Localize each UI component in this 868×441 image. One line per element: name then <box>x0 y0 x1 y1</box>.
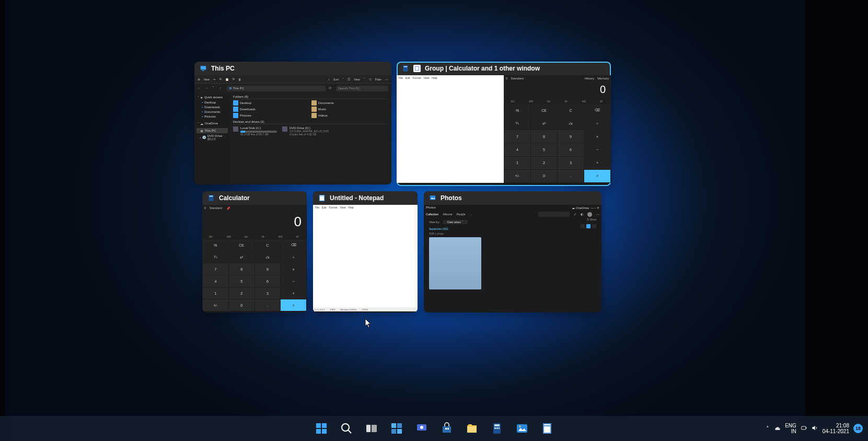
network-icon[interactable] <box>801 424 808 433</box>
calc-display: 0 <box>504 82 611 99</box>
calc-display: 0 <box>202 212 307 235</box>
calc-key: C <box>558 104 584 117</box>
svg-point-24 <box>420 426 423 429</box>
svg-rect-14 <box>322 429 327 434</box>
notepad-taskbar-button[interactable] <box>537 418 558 439</box>
calc-key: ¹⁄ₓ <box>203 251 228 263</box>
svg-rect-26 <box>447 428 449 430</box>
chat-button[interactable] <box>411 418 432 439</box>
svg-rect-32 <box>499 427 500 429</box>
photos-taskbar-button[interactable] <box>512 418 533 439</box>
calc-key: 4 <box>203 275 228 287</box>
calc-key: √x <box>255 251 281 263</box>
task-card-this-pc[interactable]: This PC ⊕New ✂⧉📋⧉🗑 ↕ Sort˅ ☰ View˅ ▽ Fil… <box>194 62 391 184</box>
calc-key: ⌫ <box>584 104 610 117</box>
calc-key: % <box>203 239 228 251</box>
svg-rect-38 <box>802 426 806 430</box>
task-card-calculator[interactable]: Calculator ≡Standard📌 0 MCMR M+M- MSM˅ %… <box>202 191 307 312</box>
thumb-this-pc: ⊕New ✂⧉📋⧉🗑 ↕ Sort˅ ☰ View˅ ▽ Filter ⋯ ←→… <box>194 75 391 183</box>
task-card-title: Calculator <box>219 194 250 202</box>
svg-rect-3 <box>404 66 408 67</box>
svg-rect-4 <box>415 66 419 71</box>
svg-rect-31 <box>496 427 498 429</box>
task-card-notepad[interactable]: Untitled - Notepad File Edit Format View… <box>313 191 418 312</box>
store-button[interactable] <box>436 418 457 439</box>
svg-rect-7 <box>319 195 324 201</box>
notepad-icon <box>318 194 326 202</box>
system-tray[interactable]: ˄ ENGIN 21:0804-11-2021 18 <box>766 423 863 434</box>
calc-key: = <box>281 299 306 311</box>
calc-key: 5 <box>531 143 557 156</box>
taskview-button[interactable] <box>361 418 382 439</box>
calc-key: 0 <box>229 299 254 311</box>
start-button[interactable] <box>311 418 332 439</box>
clock[interactable]: 21:0804-11-2021 <box>823 423 849 434</box>
volume-icon[interactable] <box>811 424 818 433</box>
svg-rect-6 <box>210 195 213 196</box>
calc-key: 7 <box>203 263 228 275</box>
taskbar: ˄ ENGIN 21:0804-11-2021 18 <box>0 416 868 441</box>
calc-key: +/- <box>203 299 228 311</box>
svg-rect-20 <box>397 423 402 428</box>
task-card-group[interactable]: Group | Calculator and 1 other window Fi… <box>397 62 611 186</box>
svg-rect-22 <box>397 429 402 434</box>
calculator-icon <box>207 194 215 202</box>
calc-key: 9 <box>558 130 584 143</box>
language-indicator[interactable]: ENGIN <box>785 423 796 434</box>
onedrive-tray-icon[interactable] <box>773 424 781 433</box>
calc-key: 2 <box>531 157 557 169</box>
calc-key: CE <box>229 239 254 251</box>
calculator-icon <box>402 65 409 72</box>
svg-rect-1 <box>202 71 205 71</box>
svg-rect-12 <box>322 423 327 428</box>
calc-key: × <box>584 130 610 143</box>
calc-key: 5 <box>229 275 254 287</box>
group-calc-pane: ≡StandardHistoryMemory 0 MCMR M+M- MSM˅ … <box>504 75 611 183</box>
svg-rect-19 <box>391 423 396 428</box>
calc-key: ⌫ <box>281 239 306 251</box>
calc-key: + <box>584 157 610 169</box>
calc-key: + <box>281 287 306 299</box>
calc-key: % <box>504 104 530 117</box>
calc-key: 2 <box>229 287 254 299</box>
calculator-taskbar-button[interactable] <box>487 418 507 439</box>
svg-rect-21 <box>391 429 396 434</box>
calc-key: = <box>584 170 610 182</box>
explorer-sidebar: ˅ ★Quick access ▪Desktop ▪Downloads ▪Doc… <box>194 93 230 183</box>
calc-key: x² <box>531 117 557 130</box>
this-pc-icon <box>200 65 207 72</box>
thumb-group: File Edit Format View Help ≡StandardHist… <box>397 75 611 183</box>
svg-rect-33 <box>517 424 527 433</box>
svg-point-35 <box>519 426 520 427</box>
tray-chevron-icon[interactable]: ˄ <box>766 425 769 432</box>
calc-key: − <box>281 275 306 287</box>
calc-key: ¹⁄ₓ <box>504 117 530 130</box>
calc-key: 8 <box>531 130 557 143</box>
group-notepad-pane: File Edit Format View Help <box>397 75 504 183</box>
calc-key: 9 <box>255 263 281 275</box>
notepad-icon <box>413 65 421 72</box>
calc-key: x² <box>229 251 254 263</box>
taskbar-center <box>311 418 558 439</box>
widgets-button[interactable] <box>386 418 407 439</box>
svg-rect-9 <box>430 195 436 200</box>
calc-key: 1 <box>203 287 228 299</box>
explorer-button[interactable] <box>461 418 482 439</box>
search-button[interactable] <box>336 418 357 439</box>
calc-key: − <box>584 143 610 156</box>
svg-rect-11 <box>316 423 321 428</box>
svg-rect-29 <box>494 424 500 426</box>
svg-rect-0 <box>201 66 206 69</box>
calc-key: ÷ <box>281 251 306 263</box>
calc-key: ÷ <box>584 117 610 130</box>
calc-key: +/- <box>504 170 530 182</box>
task-card-photos[interactable]: Photos Photos ☁ OneDrive — ▫ ✕ Collectio… <box>424 191 601 312</box>
video-border-left <box>0 0 5 441</box>
calc-key: 7 <box>504 130 530 143</box>
svg-rect-25 <box>445 428 447 430</box>
calc-key: 3 <box>255 287 281 299</box>
calc-key: 6 <box>255 275 281 287</box>
task-card-title: This PC <box>211 65 235 72</box>
calc-key: . <box>255 299 281 311</box>
notification-badge[interactable]: 18 <box>853 424 863 433</box>
